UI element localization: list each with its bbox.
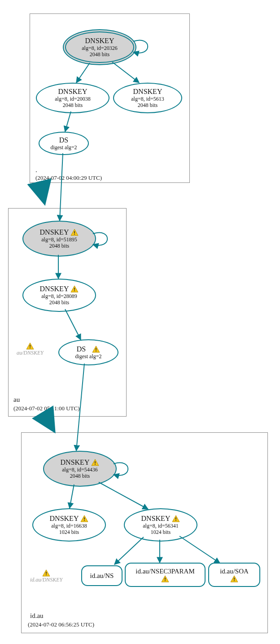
idau-zsk1-node[interactable]: DNSKEY alg=8, id=16638 1024 bits [32,508,106,542]
node-alg: alg=8, id=28089 [41,293,77,299]
node-title-text: DNSKEY [40,285,69,293]
node-title-text: DNSKEY [61,458,90,466]
node-alg: alg=8, id=20326 [82,45,118,51]
zone-root-timestamp: (2024-07-02 04:00:29 UTC) [35,174,102,182]
node-title: DNSKEY [40,228,79,236]
warning-icon [70,285,79,293]
node-title: id.au/NSEC3PARAM [136,568,195,575]
node-alg: alg=8, id=16638 [51,523,87,529]
idau-ns-node[interactable]: id.au/NS [81,565,122,586]
idau-dnskey-warning: id.au/DNSKEY [30,569,62,583]
warning-icon [70,229,79,236]
zone-idau-name: id.au [30,612,44,620]
node-alg: digest alg=2 [75,353,101,360]
au-dnskey-warning: au/DNSKEY [17,342,44,356]
node-bits: 2048 bits [90,51,109,58]
node-title-text: DNSKEY [40,228,69,236]
root-zsk2-node[interactable]: DNSKEY alg=8, id=5613 2048 bits [113,83,182,113]
zone-idau-timestamp: (2024-07-02 06:56:25 UTC) [28,621,94,628]
node-title: DNSKEY [61,458,100,466]
node-title-text: DS [77,345,86,353]
node-alg: alg=8, id=5613 [131,96,164,102]
node-alg: alg=8, id=51895 [41,236,77,243]
zone-root-name: . [35,166,37,174]
root-ds-node[interactable]: DS digest alg=2 [39,132,89,155]
node-title: DNSKEY [58,88,88,96]
node-title: DS [59,136,68,144]
node-bits: 2048 bits [70,473,90,479]
zone-au-name: au [13,396,20,404]
node-title: id.au/SOA [220,568,249,575]
node-title: DNSKEY [40,285,79,293]
warning-icon [172,515,180,522]
root-zsk1-node[interactable]: DNSKEY alg=8, id=20038 2048 bits [36,83,109,113]
au-ds-node[interactable]: DS digest alg=2 [58,339,118,365]
warning-icon [161,575,169,582]
node-title-text: DNSKEY [50,515,79,523]
idau-ksk-node[interactable]: DNSKEY alg=8, id=54436 2048 bits [43,451,117,487]
warning-icon [230,575,238,582]
node-bits: 2048 bits [49,243,69,249]
node-alg: alg=8, id=20038 [55,96,91,102]
warning-icon [26,342,34,350]
node-title: id.au/NS [90,572,114,580]
warning-icon [91,459,99,466]
node-title: DNSKEY [141,515,180,523]
float-label: id.au/DNSKEY [30,577,62,583]
au-zsk-node[interactable]: DNSKEY alg=8, id=28089 2048 bits [22,279,96,312]
idau-soa-node[interactable]: id.au/SOA [208,563,260,587]
warning-icon [42,569,50,577]
node-alg: digest alg=2 [50,144,77,151]
node-title: DNSKEY [133,88,162,96]
warning-icon [92,346,100,353]
node-title-text: DNSKEY [141,515,171,523]
au-ksk-node[interactable]: DNSKEY alg=8, id=51895 2048 bits [22,221,96,257]
node-alg: alg=8, id=56341 [143,523,179,529]
node-alg: alg=8, id=54436 [62,466,98,473]
idau-nsec3param-node[interactable]: id.au/NSEC3PARAM [125,563,206,587]
root-ksk-node[interactable]: DNSKEY alg=8, id=20326 2048 bits [63,29,136,65]
warning-icon [80,515,88,522]
node-title: DS [77,345,100,353]
node-bits: 1024 bits [151,529,171,535]
node-title: DNSKEY [85,37,114,45]
float-label: au/DNSKEY [17,350,44,356]
node-bits: 2048 bits [138,102,158,108]
idau-zsk2-node[interactable]: DNSKEY alg=8, id=56341 1024 bits [124,508,197,542]
node-title: DNSKEY [50,515,89,523]
node-bits: 1024 bits [59,529,79,535]
node-bits: 2048 bits [49,299,69,306]
zone-au-timestamp: (2024-07-02 05:11:00 UTC) [13,405,80,412]
node-bits: 2048 bits [63,102,83,108]
